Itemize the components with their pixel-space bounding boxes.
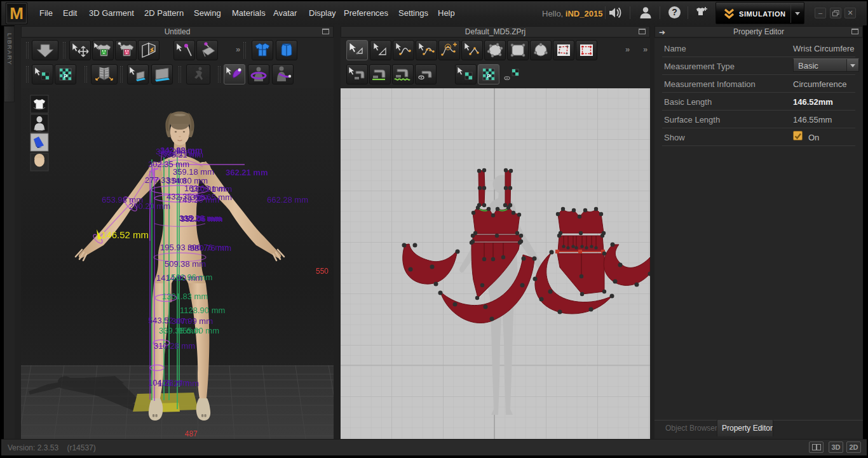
svg-text:310.28 mm: 310.28 mm [154,341,195,351]
svg-text:749.20 mm: 749.20 mm [178,195,219,205]
svg-text:509.38 mm: 509.38 mm [165,259,206,269]
svg-text:307.99 mm: 307.99 mm [172,316,213,326]
svg-text:352.06 mm: 352.06 mm [180,214,223,224]
svg-text:1502.96 mm: 1502.96 mm [166,273,212,282]
svg-text:380.76 mm: 380.76 mm [190,243,231,253]
svg-text:P: P [64,73,67,79]
svg-text:P: P [487,73,491,79]
svg-text:146.52 mm: 146.52 mm [101,229,149,240]
svg-text:362.21 mm: 362.21 mm [226,168,268,177]
svg-text:550: 550 [316,267,329,276]
svg-text:1128.90 mm: 1128.90 mm [180,306,225,315]
svg-text:338.21 mm: 338.21 mm [162,150,203,159]
svg-text:955.00 mm: 955.00 mm [178,326,219,335]
svg-text:1301.83 mm: 1301.83 mm [162,292,208,301]
svg-text:200.20 mm: 200.20 mm [129,201,170,211]
svg-text:662.28 mm: 662.28 mm [267,195,308,205]
svg-text:487: 487 [185,429,198,438]
svg-text:105.27 mm: 105.27 mm [158,379,199,388]
